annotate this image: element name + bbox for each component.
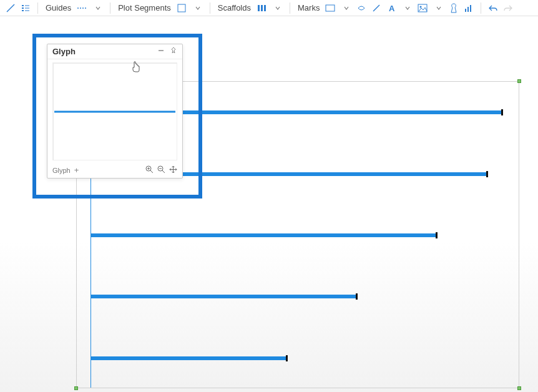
mark-text-icon[interactable]: A: [384, 1, 398, 15]
toolbar-separator: [210, 2, 210, 14]
guides-label: Guides: [43, 3, 74, 12]
bar-end-handle[interactable]: [486, 171, 488, 177]
plot-segments-label: Plot Segments: [115, 3, 174, 12]
svg-text:A: A: [389, 4, 395, 12]
svg-rect-1: [22, 5, 24, 6]
svg-rect-17: [465, 9, 466, 12]
toolbar-separator: [290, 2, 290, 14]
mark-text-dropdown-icon[interactable]: [401, 1, 414, 15]
chart-bar[interactable]: [90, 356, 286, 360]
svg-point-16: [420, 6, 422, 7]
toolbar-separator: [37, 2, 38, 14]
glyph-tab-label[interactable]: Glyph: [52, 167, 71, 174]
svg-rect-12: [326, 5, 335, 11]
glyph-panel-title: Glyph: [52, 47, 76, 56]
mark-image-dropdown-icon[interactable]: [432, 1, 446, 15]
pan-icon[interactable]: [169, 165, 177, 175]
mark-rect-icon[interactable]: [323, 1, 337, 15]
glyph-editor-area[interactable]: [52, 62, 177, 160]
svg-rect-5: [22, 10, 24, 11]
plot-segment-region-icon[interactable]: [175, 1, 188, 15]
bar-end-handle[interactable]: [501, 109, 503, 115]
svg-line-22: [150, 170, 153, 173]
glyph-panel-header[interactable]: Glyph: [47, 44, 182, 59]
redo-icon[interactable]: [501, 1, 515, 15]
zoom-in-icon[interactable]: [145, 165, 154, 175]
mark-rect-dropdown-icon[interactable]: [340, 1, 353, 15]
mark-dataaxis-icon[interactable]: [462, 1, 476, 15]
link-tool-icon[interactable]: [4, 1, 17, 15]
scaffold-dropdown-icon[interactable]: [271, 1, 285, 15]
svg-rect-10: [261, 5, 263, 11]
svg-line-13: [373, 5, 379, 11]
mark-ellipse-icon[interactable]: [355, 1, 368, 15]
guides-dropdown-icon[interactable]: [91, 1, 105, 15]
plot-handle[interactable]: [74, 386, 78, 390]
glyph-mark-line[interactable]: [54, 110, 175, 112]
mark-image-icon[interactable]: [416, 1, 429, 15]
canvas-area[interactable]: Glyph Glyph +: [0, 16, 538, 392]
pin-icon[interactable]: [170, 47, 177, 56]
svg-rect-3: [22, 7, 24, 9]
scaffolds-label: Scaffolds: [215, 3, 253, 12]
add-glyph-icon[interactable]: +: [74, 165, 79, 175]
toolbar-separator: [110, 2, 110, 14]
zoom-out-icon[interactable]: [157, 165, 165, 175]
undo-icon[interactable]: [486, 1, 500, 15]
plot-handle[interactable]: [517, 386, 521, 390]
bar-end-handle[interactable]: [286, 355, 288, 361]
svg-line-26: [162, 170, 165, 173]
svg-rect-18: [467, 7, 469, 12]
glyph-panel-footer: Glyph +: [47, 164, 182, 178]
svg-rect-19: [470, 5, 471, 12]
chart-bar[interactable]: [90, 295, 356, 298]
bar-end-handle[interactable]: [356, 293, 358, 300]
plot-handle[interactable]: [517, 79, 521, 83]
svg-line-0: [7, 4, 14, 12]
scaffold-icon[interactable]: [255, 1, 268, 15]
chart-bar[interactable]: [90, 233, 436, 237]
svg-rect-11: [264, 5, 266, 11]
toolbar-separator: [481, 2, 481, 14]
svg-rect-9: [258, 5, 260, 11]
mark-line-icon[interactable]: [369, 1, 383, 15]
minimize-icon[interactable]: [157, 47, 165, 56]
bar-end-handle[interactable]: [436, 232, 438, 238]
glyph-panel[interactable]: Glyph Glyph +: [47, 44, 183, 179]
toolbar: Guides Plot Segments Scaffolds Marks: [0, 0, 538, 16]
svg-rect-8: [178, 4, 185, 12]
plot-segment-dropdown-icon[interactable]: [191, 1, 205, 15]
marks-label: Marks: [295, 3, 322, 12]
legend-tool-icon[interactable]: [19, 1, 32, 15]
guides-horizontal-icon[interactable]: [75, 1, 89, 15]
mark-icon-icon[interactable]: [447, 1, 461, 15]
